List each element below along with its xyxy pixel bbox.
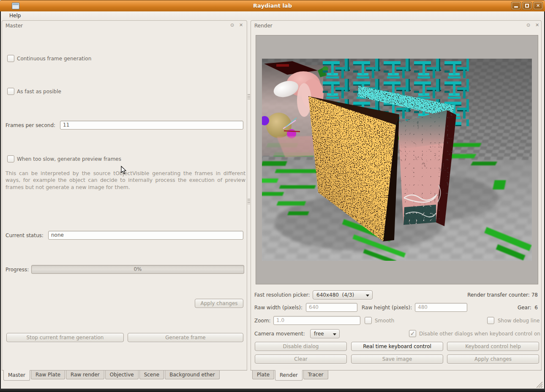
render-viewport[interactable]: [256, 35, 538, 284]
continuous-frame-label: Continuous frame generation: [17, 56, 91, 62]
render-panel: Render ⊙ ✕: [251, 20, 542, 370]
progress-label: Progress:: [5, 267, 29, 273]
realtime-keyboard-button[interactable]: Real time keyboard control: [351, 342, 443, 351]
generate-frame-button[interactable]: Generate frame: [128, 333, 243, 342]
render-panel-title: Render: [254, 23, 272, 29]
tab-objective[interactable]: Objective: [105, 370, 139, 379]
resolution-picker-dropdown[interactable]: 640x480 (4/3): [313, 290, 373, 300]
raw-width-label: Raw width (pixels):: [254, 305, 302, 311]
fps-input[interactable]: 11: [60, 121, 243, 130]
tab-render[interactable]: Render: [275, 370, 302, 381]
tab-plate[interactable]: Plate: [252, 370, 274, 379]
render-tabstrip: Plate Render Tracer: [251, 370, 542, 381]
apply-changes-button[interactable]: Apply changes: [447, 354, 539, 364]
apply-changes-button[interactable]: Apply changes: [195, 299, 243, 308]
minimize-button[interactable]: [512, 2, 520, 9]
disable-dialog-button[interactable]: Disable dialog: [255, 342, 347, 351]
tab-scene[interactable]: Scene: [139, 370, 164, 379]
progress-bar: 0%: [31, 265, 244, 274]
menu-help[interactable]: Help: [7, 12, 23, 19]
close-button[interactable]: ✕: [534, 2, 542, 9]
master-panel: Master ⊙ ✕ Continuous frame generation A…: [2, 20, 247, 370]
stop-frame-button[interactable]: Stop current frame generation: [6, 333, 124, 342]
panel-float-icon[interactable]: ⊙: [229, 22, 235, 28]
master-panel-title: Master: [5, 23, 23, 29]
camera-movement-label: Camera movement:: [254, 331, 305, 337]
save-image-button[interactable]: Save image: [351, 354, 443, 364]
tab-master[interactable]: Master: [3, 370, 30, 381]
window-border-left: [0, 11, 1, 392]
show-debug-line-label: Show debug line: [498, 318, 540, 324]
panel-float-icon[interactable]: ⊙: [526, 22, 531, 28]
app-window: Raydiant lab ✕ Help Master ⊙ ✕ Continuou…: [0, 0, 545, 392]
master-tabstrip: Master Raw Plate Raw render Objective Sc…: [2, 370, 247, 381]
window-title: Raydiant lab: [0, 3, 545, 9]
zoom-label: Zoom:: [254, 318, 271, 324]
gear-counter: Gear: 6: [518, 305, 538, 311]
menubar: Help: [1, 11, 544, 20]
panel-close-icon[interactable]: ✕: [534, 22, 540, 28]
maximize-button[interactable]: [523, 2, 531, 9]
show-debug-line-checkbox[interactable]: [487, 317, 494, 324]
transfer-counter: Render transfer counter: 78: [467, 292, 538, 298]
mouse-cursor: [121, 166, 127, 175]
tab-background-ether[interactable]: Background ether: [165, 370, 219, 379]
rendered-scene-image: [262, 59, 532, 261]
panel-splitter[interactable]: [247, 20, 251, 370]
chevron-down-icon: [366, 295, 369, 297]
as-fast-label: As fast as posible: [17, 89, 61, 95]
close-icon: ✕: [534, 3, 542, 9]
current-status-input[interactable]: none: [48, 231, 243, 240]
clear-button[interactable]: Clear: [255, 354, 347, 364]
disable-other-dialogs-label: Disable other dialogs when keyboard cont…: [419, 331, 540, 337]
tab-raw-plate[interactable]: Raw Plate: [31, 370, 65, 379]
fps-label: Frames per second:: [5, 122, 55, 128]
window-border-bottom: [0, 389, 545, 392]
current-status-label: Current status:: [5, 232, 44, 238]
keyboard-help-button[interactable]: Keyboard control help: [447, 342, 539, 351]
preview-frames-label: When too slow, generate preview frames: [17, 156, 121, 162]
resolution-picker-label: Fast resolution picker:: [254, 292, 310, 298]
smooth-label: Smooth: [375, 318, 394, 324]
zoom-input[interactable]: 1.0: [273, 316, 360, 325]
chevron-down-icon: [333, 333, 336, 335]
splitter-handle-icon: [248, 94, 250, 100]
raw-height-label: Raw height (pixels):: [362, 305, 412, 311]
maximize-icon: [525, 4, 529, 8]
resize-grip[interactable]: [535, 381, 542, 388]
raw-height-input[interactable]: 480: [415, 303, 467, 312]
minimize-icon: [514, 6, 518, 8]
smooth-checkbox[interactable]: [365, 317, 372, 324]
tab-raw-render[interactable]: Raw render: [66, 370, 104, 379]
continuous-frame-checkbox[interactable]: [7, 55, 14, 62]
tab-tracer[interactable]: Tracer: [303, 370, 328, 379]
titlebar: Raydiant lab ✕: [0, 0, 545, 11]
disable-other-dialogs-checkbox[interactable]: [409, 330, 416, 337]
panel-close-icon[interactable]: ✕: [238, 22, 244, 28]
preview-frames-checkbox[interactable]: [7, 155, 14, 162]
splitter-handle-icon: [248, 198, 250, 204]
camera-movement-dropdown[interactable]: free: [310, 329, 340, 338]
as-fast-checkbox[interactable]: [7, 88, 14, 95]
raw-width-input[interactable]: 640: [306, 303, 357, 312]
